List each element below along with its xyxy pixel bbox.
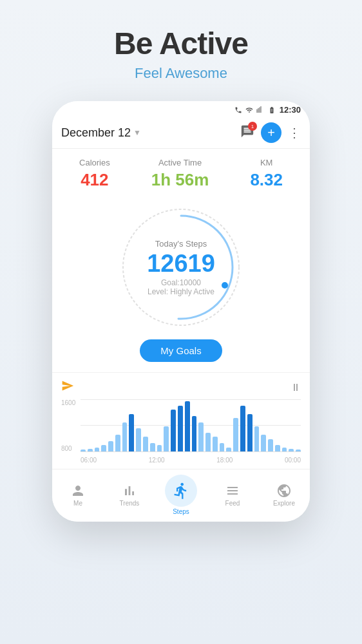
- chart-bar: [185, 401, 190, 451]
- nav-explore-label: Explore: [273, 500, 295, 507]
- chart-bar: [101, 445, 106, 451]
- nav-steps-label: Steps: [173, 508, 189, 515]
- calories-value: 412: [79, 170, 110, 190]
- chart-bar: [157, 445, 162, 451]
- chart-bar: [143, 437, 148, 451]
- chart-x-label: 06:00: [81, 457, 97, 464]
- trends-icon: [122, 483, 137, 498]
- chart-bar: [233, 418, 238, 451]
- steps-circle: Today's Steps 12619 Goal:10000 Level: Hi…: [117, 203, 245, 332]
- chart-bar: [178, 406, 183, 452]
- steps-value: 12619: [147, 251, 215, 276]
- active-time-value: 1h 56m: [151, 170, 209, 190]
- status-time: 12:30: [280, 105, 301, 115]
- km-label: KM: [250, 158, 283, 167]
- wifi-icon: [245, 106, 254, 114]
- hero-section: Be Active Feel Awesome: [114, 0, 248, 95]
- chart-bar: [136, 428, 141, 451]
- chart-labels-x: 06:0012:0018:0000:00: [81, 457, 301, 464]
- hero-subtitle: Feel Awesome: [114, 65, 248, 82]
- chart-bar: [261, 435, 266, 451]
- chart-bar: [171, 410, 176, 451]
- chart-bar: [213, 437, 218, 451]
- chart-top-row: ⏸: [61, 379, 301, 395]
- chart-labels-y: 1600 800: [61, 399, 75, 452]
- stats-row: Calories 412 Active Time 1h 56m KM 8.32: [52, 149, 310, 196]
- nav-feed-label: Feed: [225, 500, 240, 507]
- chart-bar: [164, 426, 169, 451]
- chat-icon-container[interactable]: 1: [240, 124, 254, 141]
- dropdown-icon[interactable]: ▼: [133, 128, 141, 137]
- chart-x-label: 18:00: [216, 457, 233, 464]
- chart-bar: [289, 449, 294, 451]
- chart-bars: [81, 399, 301, 452]
- battery-icon: [267, 106, 277, 114]
- chart-bar: [268, 439, 273, 452]
- chart-bar: [88, 449, 93, 451]
- chart-bar: [198, 422, 204, 452]
- person-icon: [70, 483, 86, 498]
- explore-icon: [276, 483, 292, 498]
- chart-bar: [240, 406, 245, 452]
- steps-goal: Goal:10000: [147, 278, 215, 287]
- chart-bar: [254, 426, 260, 451]
- chart-bar: [226, 448, 231, 452]
- chart-bar: [192, 416, 197, 451]
- shoe-icon: [172, 482, 190, 500]
- circle-inner: Today's Steps 12619 Goal:10000 Level: Hi…: [147, 239, 215, 296]
- app-bar-actions: 1 + ⋮: [240, 122, 301, 143]
- active-time-label: Active Time: [151, 158, 209, 167]
- nav-steps-dot: [165, 475, 197, 507]
- app-bar-date: December 12 ▼: [61, 126, 141, 140]
- steps-label: Today's Steps: [147, 239, 215, 249]
- more-button[interactable]: ⋮: [288, 125, 301, 140]
- chart-bar: [115, 435, 120, 451]
- notification-badge: 1: [248, 122, 257, 131]
- add-button[interactable]: +: [261, 122, 281, 143]
- nav-me[interactable]: Me: [52, 483, 104, 507]
- chart-pause-icon[interactable]: ⏸: [291, 382, 301, 393]
- phone-frame: 12:30 December 12 ▼ 1 + ⋮ Calories 412 A…: [52, 101, 310, 522]
- status-bar: 12:30: [52, 101, 310, 117]
- chart-x-label: 12:00: [149, 457, 165, 464]
- nav-trends-label: Trends: [120, 500, 140, 507]
- my-goals-button[interactable]: My Goals: [140, 339, 222, 362]
- chart-bar: [247, 414, 252, 452]
- chart-bar: [150, 443, 155, 451]
- nav-me-label: Me: [73, 500, 82, 507]
- chart-bar: [129, 414, 134, 452]
- calories-label: Calories: [79, 158, 110, 167]
- km-value: 8.32: [250, 170, 283, 190]
- chart-bar: [275, 445, 280, 451]
- feed-icon: [225, 483, 240, 498]
- chart-bar: [205, 433, 211, 451]
- phone-icon: [234, 106, 242, 114]
- chart-bar: [282, 448, 287, 452]
- active-time-stat: Active Time 1h 56m: [151, 158, 209, 190]
- chart-x-label: 00:00: [285, 457, 301, 464]
- chart-bar: [108, 441, 113, 451]
- hero-title: Be Active: [114, 26, 248, 61]
- status-icons: 12:30: [234, 105, 301, 115]
- steps-section: Today's Steps 12619 Goal:10000 Level: Hi…: [52, 196, 310, 372]
- app-bar: December 12 ▼ 1 + ⋮: [52, 117, 310, 149]
- bottom-nav: Me Trends Steps Feed Explore: [52, 469, 310, 522]
- nav-explore[interactable]: Explore: [258, 483, 310, 507]
- chart-bar: [296, 450, 301, 451]
- nav-feed[interactable]: Feed: [207, 483, 258, 507]
- signal-icon: [256, 106, 264, 114]
- chart-bar: [122, 422, 128, 452]
- calories-stat: Calories 412: [79, 158, 110, 190]
- chart-bar: [81, 450, 86, 451]
- steps-level: Level: Highly Active: [147, 287, 215, 296]
- chart-bar: [95, 448, 100, 452]
- nav-steps[interactable]: Steps: [155, 475, 207, 515]
- nav-trends[interactable]: Trends: [104, 483, 155, 507]
- chart-area: 1600 800 06:0012:0018:0000:00: [61, 399, 301, 464]
- chart-section: ⏸ 1600 800 06:0012:0018:0000:00: [52, 372, 310, 469]
- chart-send-icon: [61, 379, 74, 395]
- km-stat: KM 8.32: [250, 158, 283, 190]
- chart-bar: [220, 443, 225, 451]
- svg-point-2: [222, 282, 228, 289]
